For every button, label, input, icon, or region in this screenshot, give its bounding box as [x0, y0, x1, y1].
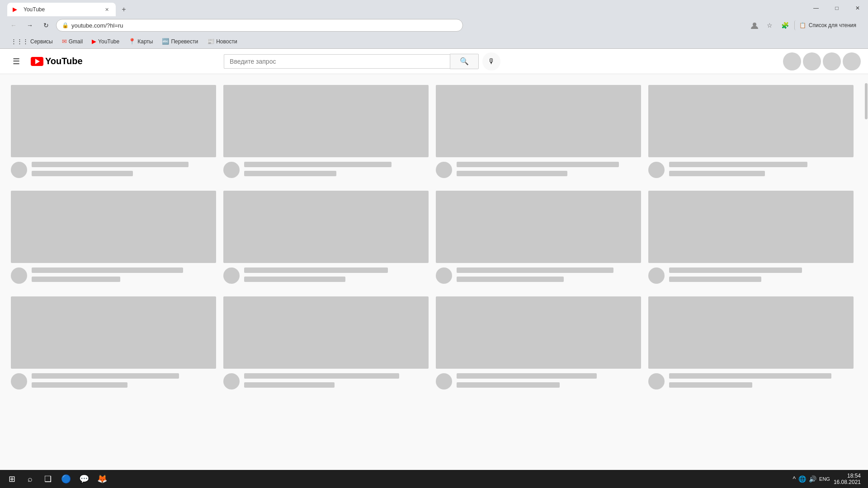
reading-list-label: Список для чтения	[809, 22, 856, 28]
user-avatar-2[interactable]	[803, 52, 821, 70]
video-title-line	[244, 373, 399, 379]
video-meta	[648, 267, 854, 286]
video-card-0-2[interactable]	[436, 85, 641, 180]
reading-list-icon: 📋	[799, 22, 806, 28]
channel-avatar	[436, 267, 452, 284]
video-thumbnail	[436, 85, 641, 157]
tab-favicon: ▶	[13, 6, 20, 13]
microphone-button[interactable]: 🎙	[482, 52, 500, 70]
bookmark-gmail[interactable]: ✉ Gmail	[58, 37, 86, 46]
discord-taskbar-button[interactable]: 💬	[76, 471, 92, 487]
bookmark-youtube-label: YouTube	[98, 38, 119, 45]
youtube-logo[interactable]: YouTube	[31, 56, 83, 66]
video-title-line	[669, 267, 802, 273]
video-info	[457, 267, 641, 286]
search-button[interactable]: 🔍	[450, 54, 479, 69]
video-info	[669, 267, 854, 286]
bookmark-maps[interactable]: 📍 Карты	[125, 37, 156, 46]
video-card-0-3[interactable]	[648, 85, 854, 180]
video-meta	[436, 162, 641, 180]
video-card-1-3[interactable]	[648, 191, 854, 286]
volume-icon[interactable]: 🔊	[809, 475, 816, 483]
user-avatar-1[interactable]	[783, 52, 801, 70]
video-thumbnail	[223, 191, 429, 263]
lock-icon: 🔒	[62, 22, 69, 28]
video-subtitle-line	[244, 382, 335, 388]
video-card-0-0[interactable]	[11, 85, 216, 180]
task-view-icon: ❑	[44, 474, 52, 484]
taskbar-search-button[interactable]: ⌕	[22, 471, 38, 487]
bookmark-services[interactable]: ⋮⋮⋮ Сервисы	[7, 37, 57, 46]
video-info	[669, 373, 854, 391]
minimize-button[interactable]: —	[806, 0, 826, 16]
channel-avatar	[648, 267, 665, 284]
video-info	[669, 162, 854, 180]
channel-avatar	[648, 373, 665, 389]
video-subtitle-line	[457, 171, 567, 176]
browser-taskbar-button[interactable]: 🔵	[58, 471, 74, 487]
channel-avatar	[11, 373, 27, 389]
bookmark-star-icon[interactable]: ☆	[764, 19, 776, 32]
video-card-2-2[interactable]	[436, 296, 641, 391]
scrollbar[interactable]	[864, 74, 868, 488]
search-area: 🔍 🎙	[224, 52, 500, 70]
video-title-line	[669, 162, 807, 167]
video-info	[32, 162, 216, 180]
video-card-1-0[interactable]	[11, 191, 216, 286]
new-tab-button[interactable]: +	[118, 3, 130, 16]
search-input[interactable]	[224, 54, 450, 69]
bookmark-translate-label: Перевести	[171, 38, 198, 45]
video-card-0-1[interactable]	[223, 85, 429, 180]
profile-icon[interactable]	[748, 19, 761, 32]
video-meta	[223, 162, 429, 180]
tab-close-button[interactable]: ✕	[103, 6, 110, 13]
clock-time: 18:54	[834, 473, 861, 479]
video-thumbnail	[11, 191, 216, 263]
user-avatar-4[interactable]	[843, 52, 861, 70]
video-card-2-0[interactable]	[11, 296, 216, 391]
video-subtitle-line	[669, 277, 761, 282]
video-meta	[436, 267, 641, 286]
menu-button[interactable]: ☰	[7, 52, 25, 70]
bookmark-translate[interactable]: 🔤 Перевести	[158, 37, 202, 46]
video-subtitle-line	[669, 171, 765, 176]
extensions-icon[interactable]: 🧩	[779, 19, 792, 32]
video-subtitle-line	[244, 171, 336, 176]
refresh-button[interactable]: ↻	[40, 19, 52, 32]
maximize-button[interactable]: □	[826, 0, 847, 16]
video-subtitle-line	[457, 382, 560, 388]
back-button[interactable]: ←	[7, 19, 20, 32]
video-subtitle-line	[244, 277, 345, 282]
video-thumbnail	[648, 85, 854, 157]
video-grid	[0, 74, 864, 488]
close-button[interactable]: ✕	[847, 0, 868, 16]
network-icon[interactable]: 🌐	[798, 475, 806, 483]
scrollbar-thumb[interactable]	[865, 83, 868, 119]
video-card-1-1[interactable]	[223, 191, 429, 286]
taskbar-search-icon: ⌕	[28, 474, 33, 484]
bookmark-news[interactable]: 📰 Новости	[203, 37, 241, 46]
task-view-button[interactable]: ❑	[40, 471, 56, 487]
firefox-taskbar-button[interactable]: 🦊	[94, 471, 110, 487]
bookmark-news-label: Новости	[216, 38, 237, 45]
video-thumbnail	[11, 85, 216, 157]
address-bar[interactable]: 🔒 youtube.com/?hl=ru	[56, 19, 463, 32]
url-text: youtube.com/?hl=ru	[71, 22, 123, 29]
browser-tab-youtube[interactable]: ▶ YouTube ✕	[7, 3, 116, 16]
video-card-2-3[interactable]	[648, 296, 854, 391]
channel-avatar	[11, 267, 27, 284]
taskbar-clock[interactable]: 18:54 16.08.2021	[834, 473, 864, 485]
video-card-2-1[interactable]	[223, 296, 429, 391]
channel-avatar	[223, 162, 240, 178]
video-card-1-2[interactable]	[436, 191, 641, 286]
channel-avatar	[223, 373, 240, 389]
start-button[interactable]: ⊞	[4, 471, 20, 487]
reading-list-button[interactable]: 📋 Список для чтения	[794, 20, 861, 30]
user-avatar-3[interactable]	[823, 52, 841, 70]
language-indicator: ENG	[819, 476, 830, 482]
tray-expand-icon[interactable]: ^	[793, 475, 796, 483]
forward-button[interactable]: →	[24, 19, 36, 32]
bookmark-youtube[interactable]: ▶ YouTube	[88, 37, 123, 46]
gmail-icon: ✉	[62, 38, 67, 45]
video-title-line	[244, 162, 392, 167]
